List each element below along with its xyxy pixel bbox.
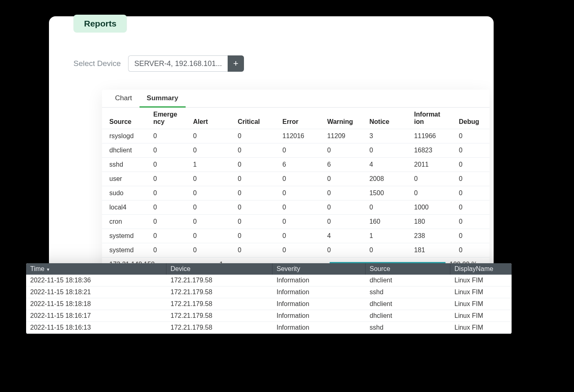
log-col-source[interactable]: Source xyxy=(366,263,450,275)
log-cell-time: 2022-11-15 18:16:17 xyxy=(26,310,166,322)
table-row[interactable]: cron000001601800 xyxy=(102,215,490,229)
summary-col-debug[interactable]: Debug xyxy=(455,108,490,129)
cell-debug: 0 xyxy=(455,186,490,200)
log-cell-time: 2022-11-15 18:18:18 xyxy=(26,298,166,310)
summary-col-alert[interactable]: Alert xyxy=(189,108,234,129)
table-row[interactable]: sshd01066420110 xyxy=(102,158,490,172)
log-cell-source: dhclient xyxy=(366,310,450,322)
cell-critical: 0 xyxy=(234,215,279,229)
log-row[interactable]: 2022-11-15 18:18:36172.21.179.58Informat… xyxy=(26,275,512,286)
table-row[interactable]: user00000200800 xyxy=(102,172,490,186)
cell-warning: 6 xyxy=(323,158,366,172)
log-cell-source: dhclient xyxy=(366,275,450,286)
log-cell-severity: Information xyxy=(273,298,366,310)
log-cell-device: 172.21.179.58 xyxy=(166,310,273,322)
table-row[interactable]: local400000010000 xyxy=(102,200,490,215)
cell-error: 6 xyxy=(278,158,323,172)
cell-critical: 0 xyxy=(234,143,279,158)
cell-debug: 0 xyxy=(455,158,490,172)
device-selector-value[interactable]: SERVER-4, 192.168.101... xyxy=(128,55,228,72)
cell-critical: 0 xyxy=(234,186,279,200)
log-row[interactable]: 2022-11-15 18:16:17172.21.179.58Informat… xyxy=(26,310,512,322)
cell-alert: 0 xyxy=(189,143,234,158)
log-col-time[interactable]: Time▼ xyxy=(26,263,166,275)
log-cell-time: 2022-11-15 18:18:36 xyxy=(26,275,166,286)
cell-critical: 0 xyxy=(234,129,279,143)
cell-notice: 0 xyxy=(365,200,410,215)
summary-col-error[interactable]: Error xyxy=(278,108,323,129)
log-cell-device: 172.21.179.58 xyxy=(166,298,273,310)
cell-source: sudo xyxy=(102,186,149,200)
log-row[interactable]: 2022-11-15 18:18:21172.21.179.58Informat… xyxy=(26,286,512,298)
reports-tab-label: Reports xyxy=(84,19,116,28)
summary-col-critical[interactable]: Critical xyxy=(234,108,279,129)
cell-information: 16823 xyxy=(410,143,455,158)
cell-notice: 1500 xyxy=(365,186,410,200)
log-grid: Time▼DeviceSeveritySourceDisplayName 202… xyxy=(26,263,512,334)
log-cell-device: 172.21.179.58 xyxy=(166,275,273,286)
cell-source: rsyslogd xyxy=(102,129,149,143)
plus-icon: + xyxy=(233,58,239,69)
cell-emergency: 0 xyxy=(149,200,189,215)
reports-tab-pill[interactable]: Reports xyxy=(73,15,127,33)
log-col-display[interactable]: DisplayName xyxy=(450,263,512,275)
summary-col-information[interactable]: Informat ion xyxy=(410,108,455,129)
device-selector-row: Select Device SERVER-4, 192.168.101... + xyxy=(73,55,244,72)
cell-information: 180 xyxy=(410,215,455,229)
cell-critical: 0 xyxy=(234,200,279,215)
table-row[interactable]: systemd0000412380 xyxy=(102,229,490,243)
cell-debug: 0 xyxy=(455,172,490,186)
log-row[interactable]: 2022-11-15 18:18:18172.21.179.58Informat… xyxy=(26,298,512,310)
cell-alert: 0 xyxy=(189,129,234,143)
cell-error: 0 xyxy=(278,215,323,229)
log-cell-device: 172.21.179.58 xyxy=(166,286,273,298)
cell-source: sshd xyxy=(102,158,149,172)
table-row[interactable]: dhclient000000168230 xyxy=(102,143,490,158)
summary-col-emergency[interactable]: Emerge ncy xyxy=(149,108,189,129)
cell-information: 111966 xyxy=(410,129,455,143)
log-cell-time: 2022-11-15 18:18:21 xyxy=(26,286,166,298)
log-cell-severity: Information xyxy=(273,322,366,333)
cell-notice: 0 xyxy=(365,243,410,258)
log-col-device[interactable]: Device xyxy=(166,263,273,275)
cell-notice: 0 xyxy=(365,143,410,158)
cell-error: 0 xyxy=(278,229,323,243)
cell-warning: 11209 xyxy=(323,129,366,143)
cell-notice: 1 xyxy=(365,229,410,243)
cell-debug: 0 xyxy=(455,215,490,229)
cell-emergency: 0 xyxy=(149,215,189,229)
cell-alert: 0 xyxy=(189,215,234,229)
cell-source: dhclient xyxy=(102,143,149,158)
add-device-button[interactable]: + xyxy=(228,55,244,72)
cell-critical: 0 xyxy=(234,172,279,186)
cell-emergency: 0 xyxy=(149,186,189,200)
cell-debug: 0 xyxy=(455,243,490,258)
cell-alert: 0 xyxy=(189,243,234,258)
summary-col-source[interactable]: Source xyxy=(102,108,149,129)
cell-debug: 0 xyxy=(455,200,490,215)
panel-tab-chart[interactable]: Chart xyxy=(108,90,140,108)
log-cell-time: 2022-11-15 18:16:13 xyxy=(26,322,166,333)
panel-tab-summary[interactable]: Summary xyxy=(140,90,186,108)
log-cell-display: Linux FIM xyxy=(450,322,512,333)
cell-debug: 0 xyxy=(455,143,490,158)
cell-warning: 0 xyxy=(323,172,366,186)
cell-emergency: 0 xyxy=(149,158,189,172)
table-row[interactable]: sudo00000150000 xyxy=(102,186,490,200)
cell-source: systemd xyxy=(102,229,149,243)
cell-information: 1000 xyxy=(410,200,455,215)
log-row[interactable]: 2022-11-15 18:16:13172.21.179.58Informat… xyxy=(26,322,512,334)
log-cell-severity: Information xyxy=(273,310,366,322)
summary-col-warning[interactable]: Warning xyxy=(323,108,366,129)
table-row[interactable]: rsyslogd0001120161120931119660 xyxy=(102,129,490,143)
log-col-severity[interactable]: Severity xyxy=(273,263,366,275)
log-cell-source: sshd xyxy=(366,286,450,298)
log-cell-source: dhclient xyxy=(366,298,450,310)
device-selector-label: Select Device xyxy=(73,59,121,68)
summary-col-notice[interactable]: Notice xyxy=(365,108,410,129)
cell-error: 0 xyxy=(278,186,323,200)
sort-desc-icon: ▼ xyxy=(46,267,50,272)
cell-emergency: 0 xyxy=(149,143,189,158)
table-row[interactable]: systemd0000001810 xyxy=(102,243,490,258)
cell-information: 0 xyxy=(410,186,455,200)
